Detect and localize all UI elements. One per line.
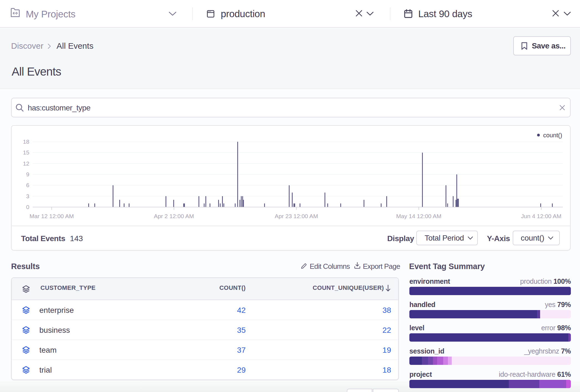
svg-text:0: 0 — [26, 204, 29, 210]
svg-text:9: 9 — [26, 171, 29, 177]
svg-text:Jun 4 12:00 AM: Jun 4 12:00 AM — [521, 213, 561, 219]
svg-text:Apr 23 12:00 AM: Apr 23 12:00 AM — [275, 213, 318, 219]
svg-text:6: 6 — [26, 182, 29, 188]
svg-text:Apr 2 12:00 AM: Apr 2 12:00 AM — [154, 213, 194, 219]
svg-text:3: 3 — [26, 193, 29, 199]
svg-text:18: 18 — [23, 138, 29, 145]
svg-text:count(): count() — [543, 132, 562, 139]
svg-text:Mar 12 12:00 AM: Mar 12 12:00 AM — [30, 213, 74, 219]
svg-text:May 14 12:00 AM: May 14 12:00 AM — [396, 213, 441, 219]
svg-text:12: 12 — [23, 160, 29, 167]
svg-text:15: 15 — [23, 149, 29, 156]
